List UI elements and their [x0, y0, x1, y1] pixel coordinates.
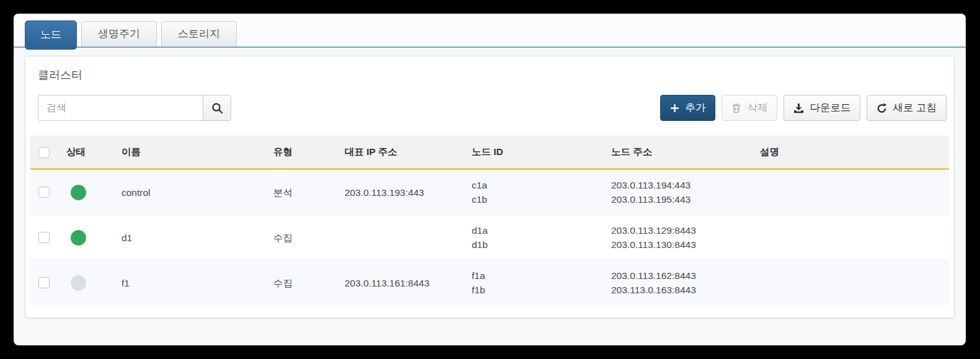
cell-description: [755, 215, 949, 260]
row-checkbox[interactable]: [38, 187, 50, 198]
action-buttons: 추가 삭제: [660, 95, 947, 121]
cell-description: [755, 260, 949, 306]
delete-button[interactable]: 삭제: [722, 95, 777, 121]
refresh-button[interactable]: 새로 고침: [867, 95, 947, 121]
cell-type: 분석: [268, 169, 340, 215]
cell-node-addresses: 203.0.113.194:443 203.0.113.195:443: [606, 169, 755, 215]
cell-name: d1: [117, 215, 268, 260]
download-button[interactable]: 다운로드: [784, 95, 860, 121]
header-rep-ip: 대표 IP 주소: [340, 136, 467, 169]
cell-type: 수집: [268, 260, 340, 306]
search-group: [38, 95, 231, 121]
table-row: control 분석 203.0.113.193:443 c1a c1b 203…: [30, 169, 949, 215]
add-button[interactable]: 추가: [660, 95, 715, 121]
header-name: 이름: [117, 136, 268, 169]
trash-icon: [731, 103, 741, 113]
refresh-icon: [876, 103, 887, 113]
search-icon: [211, 102, 223, 114]
cell-node-addresses: 203.0.113.129:8443 203.0.113.130:8443: [606, 215, 755, 260]
cluster-panel: 클러스터 추가: [25, 56, 955, 318]
page-title: 클러스터: [30, 65, 949, 95]
header-status: 상태: [61, 136, 117, 169]
search-button[interactable]: [203, 95, 231, 121]
table-row: d1 수집 d1a d1b 203.0.113.129:8443 203.0.1…: [30, 215, 949, 260]
row-checkbox[interactable]: [38, 277, 50, 288]
download-button-label: 다운로드: [810, 101, 850, 115]
main-window: 노드 생명주기 스토리지 클러스터: [14, 14, 966, 345]
cell-name: control: [117, 169, 268, 215]
cell-node-ids: d1a d1b: [467, 215, 606, 260]
select-all-checkbox[interactable]: [38, 147, 50, 158]
header-type: 유형: [268, 136, 340, 169]
cell-node-ids: c1a c1b: [467, 169, 606, 215]
download-icon: [793, 103, 804, 113]
tab-storage[interactable]: 스토리지: [161, 21, 237, 47]
status-dot: [71, 275, 86, 291]
plus-icon: [670, 104, 679, 113]
refresh-button-label: 새로 고침: [893, 101, 937, 115]
tab-bar: 노드 생명주기 스토리지: [14, 20, 966, 48]
add-button-label: 추가: [685, 101, 705, 115]
row-checkbox[interactable]: [38, 232, 50, 243]
cell-rep-ip: [340, 215, 467, 260]
tab-lifecycle[interactable]: 생명주기: [81, 21, 157, 47]
header-select-all: [30, 136, 61, 169]
cell-rep-ip: 203.0.113.193:443: [340, 169, 467, 215]
cell-node-addresses: 203.0.113.162:8443 203.113.0.163:8443: [606, 260, 755, 306]
cell-type: 수집: [268, 215, 340, 260]
header-node-id: 노드 ID: [467, 136, 606, 169]
search-input[interactable]: [38, 95, 203, 121]
table-header-row: 상태 이름 유형 대표 IP 주소 노드 ID 노드 주소 설명: [30, 136, 949, 169]
tab-area: 노드 생명주기 스토리지: [14, 14, 966, 48]
status-dot: [71, 185, 86, 200]
cell-node-ids: f1a f1b: [467, 260, 606, 306]
tab-nodes[interactable]: 노드: [25, 20, 77, 50]
header-node-address: 노드 주소: [606, 136, 755, 169]
header-description: 설명: [755, 136, 949, 169]
toolbar: 추가 삭제: [30, 95, 949, 136]
cell-description: [755, 169, 949, 215]
cell-rep-ip: 203.0.113.161:8443: [340, 260, 467, 306]
cluster-table: 상태 이름 유형 대표 IP 주소 노드 ID 노드 주소 설명 control…: [30, 136, 949, 305]
delete-button-label: 삭제: [747, 101, 767, 115]
cell-name: f1: [117, 260, 268, 306]
status-dot: [71, 230, 86, 246]
table-row: f1 수집 203.0.113.161:8443 f1a f1b 203.0.1…: [30, 260, 949, 306]
